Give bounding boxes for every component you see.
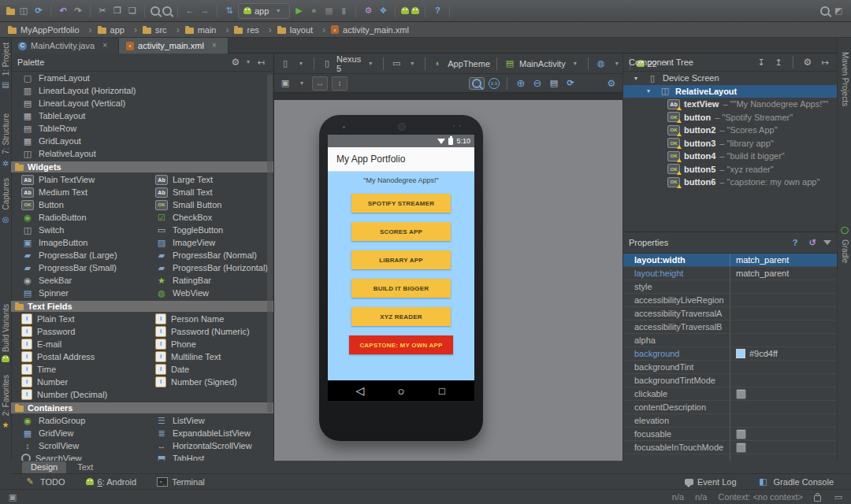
wrench-icon[interactable]: ⚙ [362, 5, 374, 17]
undo-icon[interactable]: ↶ [57, 5, 69, 17]
property-row[interactable]: focusableInTouchMode [623, 441, 837, 454]
palette-item[interactable]: ↔HorizontalScrollView [145, 439, 273, 452]
property-key[interactable]: background [623, 347, 730, 360]
property-row[interactable]: focusable [623, 428, 837, 441]
tree-row[interactable]: ▼◫RelativeLayout [623, 85, 837, 98]
property-checkbox[interactable] [736, 389, 746, 399]
property-value[interactable] [730, 374, 837, 387]
app-button[interactable]: XYZ READER [351, 307, 451, 326]
orientation-icon[interactable]: ▭ [390, 57, 403, 70]
property-row[interactable]: contentDescription [623, 401, 837, 414]
palette-item[interactable]: ▨ImageView [145, 236, 273, 249]
palette-item[interactable]: IE-mail [11, 338, 145, 350]
tree-gear-icon[interactable]: ⚙ [801, 56, 814, 69]
app-button[interactable]: LIBRARY APP [351, 250, 451, 269]
render-options-gear-icon[interactable]: ⚙ [605, 77, 618, 90]
avd-manager-icon[interactable] [411, 7, 419, 14]
property-key[interactable]: focusableInTouchMode [623, 441, 730, 454]
close-icon[interactable]: × [98, 39, 111, 52]
tree-row[interactable]: OKbutton6– "capstone: my own app" [623, 176, 837, 189]
chevron-expanded-icon[interactable]: ▼ [630, 72, 642, 84]
find-icon[interactable] [151, 6, 160, 16]
property-value[interactable] [730, 454, 837, 461]
activity-selector[interactable]: MainActivity [519, 59, 566, 69]
palette-item[interactable]: ★RatingBar [145, 274, 273, 287]
paste-icon[interactable]: ❏ [126, 5, 139, 17]
palette-item[interactable]: INumber [11, 376, 145, 388]
palette-item[interactable]: ▰ProgressBar (Horizontal) [145, 261, 273, 274]
palette-item[interactable]: ▦GridView [11, 427, 145, 439]
property-row[interactable]: backgroundTint [623, 361, 837, 374]
sidebar-item-mavenprojects[interactable]: Maven Projects [838, 52, 851, 106]
sidebar-item-captures[interactable]: Captures◎ [0, 178, 11, 226]
sdk-manager-icon[interactable] [401, 7, 409, 14]
tool-window-button-android[interactable]: 6: Android [86, 477, 137, 487]
palette-item[interactable]: ↕ScrollView [11, 439, 145, 452]
palette-section-header[interactable]: Containers [11, 402, 273, 413]
run-configuration-selector[interactable]: app▾ [238, 3, 290, 19]
property-key[interactable]: focusable [623, 428, 730, 440]
property-row[interactable]: accessibilityTraversalA [623, 307, 837, 321]
property-value[interactable] [730, 307, 837, 320]
property-key[interactable]: elevation [623, 414, 730, 427]
expand-all-icon[interactable]: ↧ [755, 56, 767, 69]
property-value[interactable]: match_parent [730, 267, 837, 280]
run-icon[interactable]: ▶ [292, 5, 305, 17]
palette-item[interactable]: ▦GridLayout [11, 135, 273, 147]
design-canvas[interactable]: 5:10 My App Portfolio "My Nanodegree App… [274, 93, 622, 461]
palette-item[interactable]: ▤LinearLayout (Vertical) [11, 97, 273, 109]
zoom-actual-button[interactable] [469, 77, 485, 90]
tree-row[interactable]: AbtextView– ""My Nanodegree Apps!"" [623, 98, 837, 111]
palette-item[interactable]: AbLarge Text [145, 173, 273, 186]
property-key[interactable]: contentDescription [623, 401, 730, 413]
preview-doc-icon[interactable]: ▤ [548, 77, 560, 90]
palette-item[interactable]: ⬒TabHost [145, 452, 273, 461]
breadcrumb-item[interactable]: MyAppPortfolio [8, 24, 98, 35]
tree-row[interactable]: OKbutton5– "xyz reader" [623, 163, 837, 176]
palette-item[interactable]: SearchView [11, 452, 145, 461]
breadcrumb-item[interactable]: res [234, 24, 277, 35]
properties-reset-icon[interactable]: ↺ [806, 236, 819, 249]
cut-icon[interactable]: ✂ [96, 5, 109, 17]
palette-section-header[interactable]: Text Fields [11, 301, 273, 312]
chevron-expanded-icon[interactable]: ▼ [642, 85, 655, 98]
palette-item[interactable]: ≣ExpandableListView [145, 427, 273, 439]
breadcrumb-item[interactable]: main [185, 24, 235, 35]
debug-icon[interactable]: ● [307, 5, 320, 17]
copy-icon[interactable]: ❐ [111, 5, 124, 17]
monitor-icon[interactable]: ▭ [832, 491, 845, 503]
palette-item[interactable]: ▤Spinner [11, 287, 145, 299]
palette-item[interactable]: ▰ProgressBar (Large) [11, 249, 145, 261]
property-key[interactable]: accessibilityLiveRegion [623, 294, 730, 306]
property-row[interactable]: layout:widthmatch_parent [623, 254, 837, 267]
palette-item[interactable]: ◫RelativeLayout [11, 147, 273, 160]
property-value[interactable] [730, 321, 837, 333]
help-icon[interactable]: ? [431, 5, 444, 17]
sync-icon[interactable]: ⟳ [32, 5, 45, 17]
property-row[interactable]: layout:heightmatch_parent [623, 267, 837, 280]
palette-item[interactable]: ▭ToggleButton [145, 224, 273, 236]
lock-icon[interactable] [814, 495, 821, 502]
property-row[interactable]: background#9cd4ff [623, 347, 837, 361]
palette-item[interactable]: ◉SeekBar [11, 274, 145, 287]
property-checkbox[interactable] [736, 443, 746, 453]
editor-tab[interactable]: xactivity_main.xml× [119, 38, 229, 54]
tree-row[interactable]: OKbutton– "Spotify Streamer" [623, 111, 837, 124]
back-icon[interactable]: ← [184, 5, 196, 17]
palette-scrollbar[interactable] [267, 74, 273, 413]
property-key[interactable]: backgroundTint [623, 361, 730, 373]
close-icon[interactable]: × [208, 39, 221, 52]
property-value[interactable] [730, 441, 837, 454]
palette-item[interactable]: IPerson Name [145, 313, 273, 325]
property-row[interactable] [623, 454, 837, 461]
property-key[interactable]: alpha [623, 334, 730, 346]
palette-item[interactable]: AbMedium Text [11, 186, 145, 198]
tool-window-button-eventlog[interactable]: Event Log [685, 476, 737, 488]
property-value[interactable] [730, 361, 837, 373]
search-icon[interactable] [820, 6, 830, 16]
palette-item[interactable]: ▰ProgressBar (Small) [11, 261, 145, 274]
editor-tab[interactable]: CMainActivity.java× [11, 38, 119, 54]
save-icon[interactable]: ◫ [17, 5, 30, 17]
color-swatch-icon[interactable] [736, 349, 745, 358]
app-button[interactable]: BUILD IT BIGGER [351, 279, 451, 298]
